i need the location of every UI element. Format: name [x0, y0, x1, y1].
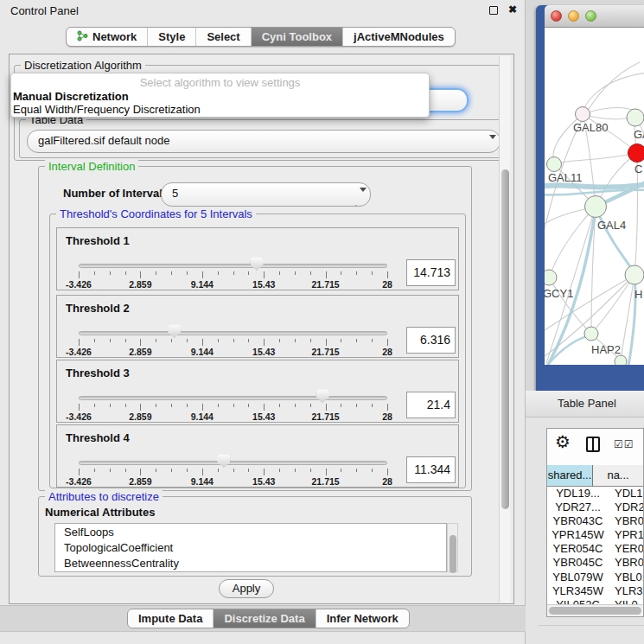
- table-horizontal-scrollbar[interactable]: [547, 604, 643, 616]
- apply-button[interactable]: Apply: [219, 579, 274, 598]
- tab-cyni-toolbox[interactable]: Cyni Toolbox: [251, 28, 342, 46]
- table-rows: YDL19...YDL1...YDR27...YDR2...YBR043CYBR…: [547, 487, 643, 613]
- threshold-3-panel: Threshold 3 -3.4262.8599.14415.4321.7152…: [56, 360, 459, 423]
- cell-shared-name[interactable]: YLR345W: [547, 584, 609, 598]
- tab-infer-network[interactable]: Infer Network: [316, 609, 409, 628]
- slider-tick: [79, 271, 80, 278]
- network-node-selected[interactable]: [628, 144, 644, 163]
- cell-name[interactable]: YBR0...: [609, 556, 643, 570]
- slider-tick: [110, 339, 111, 342]
- network-canvas[interactable]: GAL80 GA C GAL11 GAL4 GCY1 H HAP2: [545, 28, 644, 365]
- cell-shared-name[interactable]: YBR043C: [547, 514, 609, 528]
- close-icon[interactable]: ✖: [508, 3, 517, 16]
- tab-style[interactable]: Style: [147, 28, 195, 46]
- cell-name[interactable]: YPR1...: [609, 528, 643, 542]
- network-node[interactable]: [615, 355, 627, 365]
- network-node[interactable]: [547, 157, 562, 172]
- threshold-1-value-field[interactable]: 14.713: [406, 259, 456, 286]
- network-node[interactable]: [585, 196, 607, 218]
- column-header-shared[interactable]: shared...: [547, 465, 593, 487]
- threshold-2-value-field[interactable]: 6.316: [406, 327, 456, 354]
- table-row[interactable]: YPR145WYPR1...: [547, 528, 643, 542]
- tab-jactivemnodules[interactable]: jActiveMNodules: [342, 28, 455, 46]
- checkbox-select-icons[interactable]: ☑☑: [614, 438, 634, 450]
- table-row[interactable]: YER054CYER0...: [547, 542, 643, 556]
- table-panel-titlebar: Table Panel: [526, 391, 644, 418]
- threshold-3-slider-track[interactable]: [79, 396, 387, 400]
- cell-shared-name[interactable]: YBR045C: [547, 556, 609, 570]
- table-row[interactable]: YBR043CYBR0...: [547, 514, 643, 528]
- network-node[interactable]: [584, 327, 598, 341]
- attribute-list-item[interactable]: TopologicalCoefficient: [64, 540, 446, 556]
- tab-network[interactable]: Network: [67, 28, 147, 46]
- gear-icon[interactable]: ⚙: [555, 431, 571, 452]
- node-label-gal4: GAL4: [597, 219, 626, 232]
- threshold-1-slider-track[interactable]: [79, 264, 387, 268]
- node-table: ⚙ ☑☑ shared... na... YDL19...YDL1...YDR2…: [546, 428, 644, 617]
- slider-tick: [140, 271, 141, 278]
- scrollbar-thumb[interactable]: [501, 169, 509, 509]
- threshold-3-slider-thumb[interactable]: [316, 389, 329, 404]
- tab-discretize-data[interactable]: Discretize Data: [213, 609, 315, 628]
- zoom-traffic-light[interactable]: [585, 10, 596, 22]
- panel-scrollbar[interactable]: [499, 56, 510, 603]
- table-columns-icon[interactable]: [586, 437, 600, 452]
- right-region: GAL80 GA C GAL11 GAL4 GCY1 H HAP2 Table …: [526, 0, 644, 644]
- tab-select[interactable]: Select: [195, 28, 250, 46]
- numerical-attributes-list[interactable]: SelfLoopsTopologicalCoefficientBetweenne…: [54, 523, 447, 572]
- cell-name[interactable]: YDL1...: [609, 487, 643, 501]
- cell-name[interactable]: YBL0...: [609, 571, 643, 584]
- table-row[interactable]: YBL079WYBL0...: [547, 571, 643, 584]
- cell-shared-name[interactable]: YER054C: [547, 542, 609, 556]
- threshold-4-slider-track[interactable]: [79, 461, 387, 465]
- threshold-4-slider-thumb[interactable]: [217, 454, 230, 469]
- attributes-list-scrollbar[interactable]: [447, 523, 458, 572]
- threshold-1-slider-thumb[interactable]: [251, 257, 264, 271]
- slider-tick: [295, 339, 296, 342]
- minimize-traffic-light[interactable]: [568, 10, 579, 22]
- table-row[interactable]: YDR27...YDR2...: [547, 501, 643, 514]
- attribute-list-item[interactable]: BetweennessCentrality: [64, 556, 446, 571]
- network-node[interactable]: [625, 265, 644, 284]
- threshold-4-value-field[interactable]: 11.344: [406, 456, 456, 483]
- cell-shared-name[interactable]: YDL19...: [547, 487, 609, 501]
- cell-shared-name[interactable]: YBL079W: [547, 571, 609, 584]
- slider-tick: [341, 339, 341, 342]
- slider-tick: [171, 404, 172, 407]
- cell-name[interactable]: YBR0...: [609, 514, 643, 528]
- slider-scale-label: 28: [382, 279, 392, 290]
- cell-shared-name[interactable]: YPR145W: [547, 528, 609, 542]
- table-data-combobox[interactable]: galFiltered.sif default node: [27, 130, 501, 153]
- cell-name[interactable]: YLR3...: [609, 584, 643, 598]
- scrollbar-thumb[interactable]: [549, 607, 641, 615]
- slider-scale-label: 9.144: [191, 279, 214, 290]
- close-traffic-light[interactable]: [551, 10, 562, 22]
- node-label-c: C: [634, 163, 642, 175]
- float-window-icon[interactable]: [489, 6, 498, 15]
- table-row[interactable]: YDL19...YDL1...: [547, 487, 643, 501]
- tab-impute-data[interactable]: Impute Data: [128, 609, 213, 628]
- table-row[interactable]: YLR345WYLR3...: [547, 584, 643, 598]
- cell-shared-name[interactable]: YDR27...: [547, 501, 609, 514]
- network-node[interactable]: [576, 107, 590, 122]
- threshold-2-slider-track[interactable]: [79, 331, 387, 335]
- table-header: shared... na...: [547, 465, 643, 487]
- cell-name[interactable]: YDR2...: [609, 501, 643, 514]
- cell-name[interactable]: YER0...: [609, 542, 643, 556]
- column-header-name[interactable]: na...: [593, 465, 643, 487]
- slider-tick: [279, 404, 280, 407]
- scrollbar-thumb[interactable]: [450, 535, 456, 573]
- algorithm-option-equal-width[interactable]: Equal Width/Frequency Discretization: [11, 103, 429, 116]
- slider-tick: [233, 404, 234, 407]
- network-node[interactable]: [545, 270, 557, 285]
- algorithm-option-manual[interactable]: Manual Discretization: [11, 90, 429, 103]
- threshold-3-value-field[interactable]: 21.4: [406, 392, 456, 418]
- attribute-list-item[interactable]: SelfLoops: [64, 525, 446, 540]
- threshold-2-scale: -3.4262.8599.14415.4321.71528: [79, 347, 387, 357]
- slider-scale-label: 21.715: [312, 476, 340, 487]
- table-row[interactable]: YBR045CYBR0...: [547, 556, 643, 570]
- threshold-2-slider-thumb[interactable]: [168, 324, 181, 339]
- network-node[interactable]: [627, 109, 644, 126]
- number-of-intervals-combobox[interactable]: 5: [161, 182, 371, 207]
- network-window-titlebar[interactable]: [545, 5, 644, 28]
